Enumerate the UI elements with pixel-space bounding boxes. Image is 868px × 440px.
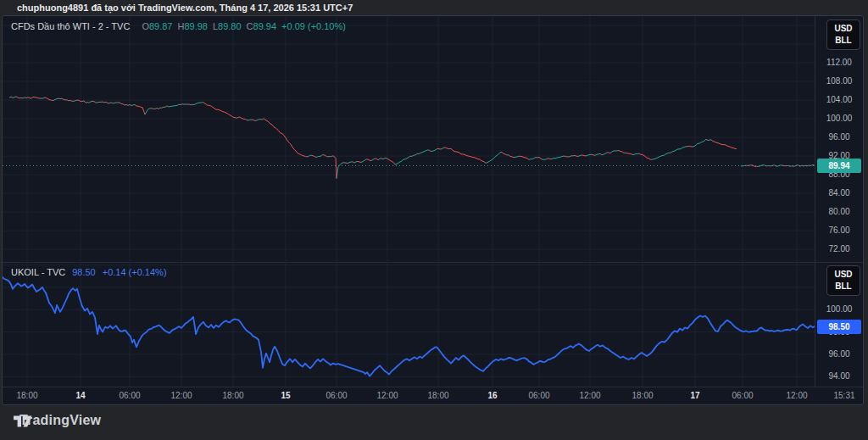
wti-plot-area[interactable] [3, 16, 815, 262]
price-scale-label: 108.00 [815, 75, 863, 87]
wti-pane: 112.00108.00104.00100.0096.0092.0088.008… [3, 16, 863, 263]
unit-currency-label: USD [827, 23, 860, 35]
ukoil-symbol-title[interactable]: UKOIL - TVC [11, 267, 65, 277]
price-scale-label: 112.00 [815, 57, 863, 69]
ukoil-pane: 100.0098.0096.0094.0098.50 USD BLL UKOIL… [3, 262, 863, 387]
time-axis-label: 18:00 [624, 391, 661, 400]
time-axis-day-label: 16 [474, 391, 511, 400]
time-axis-label: 06:00 [520, 391, 558, 400]
unit-currency-label: USD [827, 269, 860, 281]
time-axis-label: 12:00 [778, 391, 815, 400]
footer-bar: TradingView [0, 405, 868, 440]
time-axis-label: 12:00 [369, 391, 406, 400]
time-axis-label: 12:00 [163, 391, 200, 400]
price-scale-label: 76.00 [815, 225, 863, 237]
close-value: 89.94 [253, 21, 277, 31]
time-axis-label: 12:00 [571, 391, 609, 400]
unit-barrel-label: BLL [827, 35, 860, 47]
low-value: 89.80 [218, 21, 242, 31]
price-scale-label: 80.00 [815, 206, 863, 218]
tradingview-logo-link[interactable]: TradingView [14, 413, 101, 428]
price-scale-label: 100.00 [815, 304, 863, 315]
time-axis-label: 18:00 [420, 391, 457, 400]
attribution-text: chuphuong4891 đã tạo với TradingView.com… [17, 3, 353, 13]
time-axis-label: 06:00 [111, 391, 148, 400]
ukoil-change-value: +0.14 (+0.14%) [103, 267, 167, 277]
wti-legend[interactable]: CFDs Dầu thô WTI - 2 - TVCO89.87H89.98L8… [11, 21, 346, 31]
price-scale-label: 100.00 [815, 113, 863, 125]
price-scale-label: 104.00 [815, 94, 863, 106]
ukoil-last-price-tag: 98.50 [817, 320, 861, 334]
price-scale-label: 94.00 [815, 370, 863, 382]
tradingview-logo-icon [14, 413, 33, 430]
time-axis-label: 18:00 [8, 391, 46, 400]
time-axis-label: 15:31 [826, 391, 863, 400]
time-axis-day-label: 17 [676, 391, 714, 400]
ukoil-last-value: 98.50 [72, 267, 96, 277]
close-label: C [247, 21, 253, 31]
attribution-bar: chuphuong4891 đã tạo với TradingView.com… [0, 0, 868, 15]
price-scale-label: 72.00 [815, 243, 863, 255]
ukoil-plot-area[interactable] [3, 262, 815, 387]
price-scale-label: 96.00 [815, 131, 863, 143]
price-scale-label: 84.00 [815, 187, 863, 199]
chart-widget: 112.00108.00104.00100.0096.0092.0088.008… [2, 15, 864, 405]
ukoil-legend[interactable]: UKOIL - TVC98.50+0.14 (+0.14%) [11, 267, 167, 277]
unit-barrel-label: BLL [827, 281, 860, 292]
time-axis-label: 06:00 [318, 391, 355, 400]
time-axis-label: 06:00 [724, 391, 761, 400]
time-axis-label: 18:00 [214, 391, 252, 400]
wti-change-value: +0.09 (+0.10%) [281, 21, 346, 31]
high-value: 89.98 [184, 21, 208, 31]
time-axis-day-label: 14 [62, 391, 99, 400]
CFDs Dầu thô WTI-canvas [3, 16, 815, 262]
open-value: 89.87 [149, 21, 173, 31]
UKOIL-canvas [3, 262, 815, 387]
ukoil-unit-badge: USD BLL [826, 265, 860, 296]
open-label: O [142, 21, 149, 31]
wti-last-price-tag: 89.94 [817, 159, 861, 173]
price-scale-label: 96.00 [815, 348, 863, 360]
wti-unit-badge: USD BLL [826, 19, 860, 50]
wti-price-scale[interactable]: 112.00108.00104.00100.0096.0092.0088.008… [815, 16, 863, 262]
time-axis[interactable]: 18:001406:0012:0018:001506:0012:0018:001… [3, 387, 863, 405]
wti-symbol-title[interactable]: CFDs Dầu thô WTI - 2 - TVC [11, 21, 130, 31]
time-axis-day-label: 15 [267, 391, 304, 400]
